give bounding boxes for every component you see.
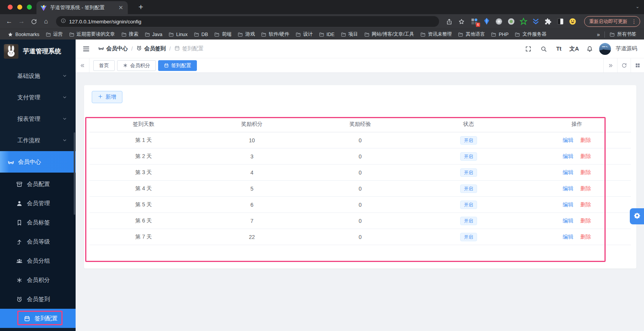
bookmark-folder[interactable]: Java	[142, 31, 165, 38]
kite-extension-icon[interactable]	[483, 18, 490, 25]
sidebar-item-会员配置[interactable]: 会员配置	[0, 175, 76, 194]
sidebar-item-会员等级[interactable]: 会员等级	[0, 232, 76, 251]
sidebar-item-会员标签[interactable]: 会员标签	[0, 213, 76, 232]
edit-link[interactable]: 编辑	[563, 153, 573, 160]
breadcrumb-signin-config: 签到配置	[174, 45, 204, 52]
home-button[interactable]: ⌂	[41, 16, 51, 27]
sidebar-section-工作流程[interactable]: 工作流程	[0, 130, 76, 151]
delete-link[interactable]: 删除	[580, 217, 591, 224]
fullscreen-icon[interactable]	[522, 43, 534, 54]
new-tab-button[interactable]: ＋	[135, 2, 147, 14]
sidebar-section-基础设施[interactable]: 基础设施	[0, 65, 76, 87]
tag-view-签到配置[interactable]: 签到配置	[158, 60, 197, 71]
notification-bell-icon[interactable]	[584, 43, 595, 54]
bookmark-folder[interactable]: 设计	[292, 30, 316, 39]
sidebar-item-member-center[interactable]: 会员中心	[0, 151, 76, 173]
theme-settings-button[interactable]	[630, 208, 644, 224]
sidebar-item-label: 会员配置	[27, 181, 67, 188]
bookmark-folder[interactable]: 前端	[211, 30, 234, 39]
bookmark-folder[interactable]: 近期需要读的文章	[66, 30, 118, 39]
forward-button[interactable]: →	[16, 16, 27, 27]
minimize-window-button[interactable]	[17, 5, 22, 10]
breadcrumb: 会员中心 / 会员签到 / 签到配置	[98, 45, 204, 52]
sidebar-item-会员管理[interactable]: 会员管理	[0, 194, 76, 213]
close-window-button[interactable]	[8, 5, 13, 10]
delete-link[interactable]: 删除	[580, 137, 591, 144]
edit-link[interactable]: 编辑	[563, 234, 573, 240]
delete-link[interactable]: 删除	[580, 153, 591, 160]
username[interactable]: 芋道源码	[616, 45, 637, 52]
star-green-extension-icon[interactable]	[520, 18, 527, 25]
sidebar-item-会员分组[interactable]: 会员分组	[0, 251, 76, 270]
sidebar-item-signin-config[interactable]: 签到配置	[0, 309, 76, 328]
delete-link[interactable]: 删除	[580, 169, 591, 176]
sidebar-item-会员积分[interactable]: 会员积分	[0, 270, 76, 290]
record-extension-icon[interactable]	[507, 18, 515, 25]
delete-link[interactable]: 删除	[580, 185, 591, 192]
bookmark-folder[interactable]: 搜索	[118, 30, 142, 39]
bookmark-folder[interactable]: 其他语言	[455, 30, 488, 39]
browser-tab[interactable]: 芋道管理系统 - 签到配置 ✕	[36, 1, 128, 14]
contrast-extension-icon[interactable]	[556, 18, 564, 25]
bookmark-folder[interactable]: 资讯未整理	[417, 30, 455, 39]
collapse-menu-icon[interactable]	[83, 45, 90, 53]
emoji-extension-icon[interactable]	[569, 18, 576, 25]
tab-search-icon[interactable]: ⌄	[636, 4, 639, 9]
breadcrumb-member-signin[interactable]: 会员签到	[136, 45, 166, 52]
delete-link[interactable]: 删除	[580, 234, 591, 240]
sidebar-section-支付管理[interactable]: 支付管理	[0, 87, 76, 108]
app-logo-row[interactable]: 芋道管理系统	[0, 40, 76, 63]
bookmark-folder[interactable]: 文件服务器	[512, 30, 550, 39]
sidebar-section-报表管理[interactable]: 报表管理	[0, 108, 76, 130]
bookmark-folder[interactable]: DB	[191, 31, 211, 38]
screen: 芋道管理系统 - 签到配置 ✕ ＋ ⌄ ← → ⌂ 127.0.0.1/memb…	[0, 0, 644, 331]
delete-link[interactable]: 删除	[580, 201, 591, 208]
bookmark-folder[interactable]: 项目	[338, 30, 361, 39]
bookmark-folder[interactable]: PHP	[488, 31, 512, 38]
site-info-icon[interactable]	[61, 18, 66, 25]
bookmark-folder[interactable]: 运营	[43, 30, 66, 39]
snowflake-extension-icon[interactable]	[495, 18, 503, 25]
tab-close-icon[interactable]: ✕	[117, 4, 124, 11]
bookmark-folder[interactable]: IDE	[316, 31, 338, 38]
grid-badge-extension-icon[interactable]: 6	[471, 18, 478, 25]
edit-link[interactable]: 编辑	[563, 217, 573, 224]
language-button[interactable]: 文A	[568, 43, 580, 54]
tag-view-会员积分[interactable]: 会员积分	[117, 60, 156, 71]
bookmark-folder[interactable]: Linux	[165, 31, 191, 38]
layout-grid-button[interactable]	[631, 58, 644, 72]
edit-link[interactable]: 编辑	[563, 201, 573, 208]
tag-view-首页[interactable]: 首页	[93, 60, 115, 71]
bookmarks-overflow-button[interactable]: »	[594, 31, 603, 38]
bookmark-star-button[interactable]	[456, 16, 467, 27]
user-avatar[interactable]	[599, 43, 611, 55]
edit-link[interactable]: 编辑	[563, 137, 573, 144]
puzzle-extension-icon[interactable]	[544, 18, 552, 25]
share-button[interactable]	[444, 16, 454, 27]
tags-scroll-right-button[interactable]	[603, 58, 617, 72]
refresh-page-button[interactable]	[617, 58, 631, 72]
all-bookmarks-folder[interactable]: 所有书签	[606, 30, 639, 39]
sidebar-sections: 基础设施支付管理报表管理工作流程	[0, 65, 76, 151]
search-icon[interactable]	[538, 43, 549, 54]
edit-link[interactable]: 编辑	[563, 185, 573, 192]
chevron-down-icon	[62, 94, 67, 101]
sidebar-item-member-signin[interactable]: 会员签到	[0, 290, 76, 309]
browser-menu-icon[interactable]: ⋮	[630, 18, 638, 25]
tags-scroll-left-button[interactable]	[76, 58, 89, 72]
chevrons-extension-icon[interactable]	[532, 18, 540, 25]
sidebar-scrollbar[interactable]	[74, 132, 75, 215]
font-size-button[interactable]: Tt	[553, 43, 565, 54]
back-button[interactable]: ←	[4, 16, 15, 27]
browser-update-button[interactable]: 重新启动即可更新 ⋮	[584, 16, 640, 27]
add-button[interactable]: 新增	[92, 91, 122, 103]
zoom-window-button[interactable]	[27, 5, 32, 10]
reload-button[interactable]	[28, 16, 39, 27]
breadcrumb-member-center[interactable]: 会员中心	[98, 45, 128, 52]
bookmarks-star-item[interactable]: Bookmarks	[5, 31, 43, 38]
bookmark-folder[interactable]: 网站/博客/文章/工具	[361, 30, 417, 39]
edit-link[interactable]: 编辑	[563, 169, 573, 176]
bookmark-folder[interactable]: 游戏	[234, 30, 258, 39]
url-bar[interactable]: 127.0.0.1/member/signin/config	[56, 16, 439, 27]
bookmark-folder[interactable]: 软件/硬件	[258, 30, 292, 39]
